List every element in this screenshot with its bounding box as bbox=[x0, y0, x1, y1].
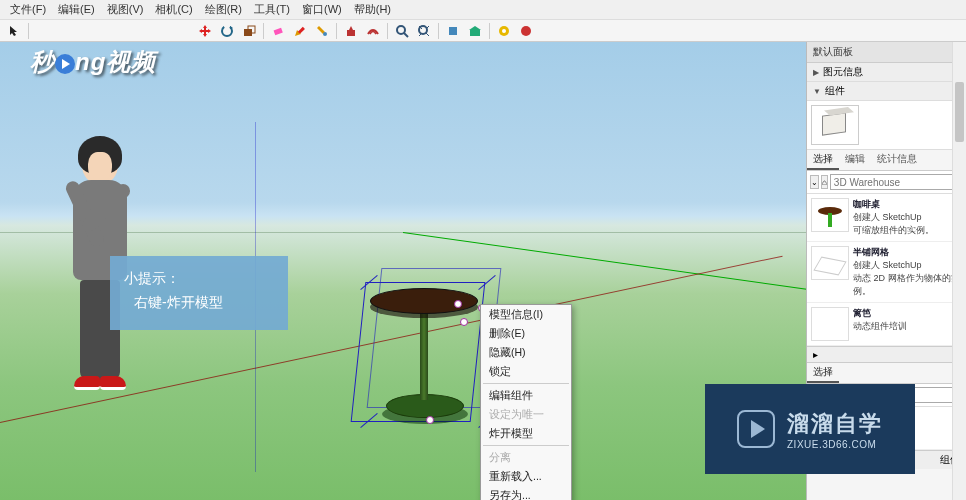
search-input-1[interactable] bbox=[830, 174, 965, 190]
rotate-tool[interactable] bbox=[217, 22, 237, 40]
ctx-item: 设定为唯一 bbox=[481, 405, 571, 424]
ctx-item[interactable]: 模型信息(I) bbox=[481, 305, 571, 324]
gear-tool[interactable] bbox=[494, 22, 514, 40]
search-row-1: ⌄ ⌂ 🔍 bbox=[807, 171, 966, 194]
panel-header-default[interactable]: 默认面板× bbox=[807, 42, 966, 63]
scrollbar[interactable] bbox=[952, 42, 966, 500]
play-box-icon bbox=[737, 410, 775, 448]
chevron-right-icon: ▸ bbox=[813, 349, 818, 360]
ctx-item[interactable]: 另存为... bbox=[481, 486, 571, 500]
menu-camera[interactable]: 相机(C) bbox=[149, 0, 198, 19]
components-tool[interactable] bbox=[443, 22, 463, 40]
tip-title: 小提示： bbox=[124, 266, 274, 290]
ctx-item[interactable]: 隐藏(H) bbox=[481, 343, 571, 362]
component-preview bbox=[807, 101, 966, 150]
move-tool[interactable] bbox=[195, 22, 215, 40]
svg-rect-6 bbox=[347, 30, 355, 36]
play-icon bbox=[55, 54, 75, 74]
zoom-extents-tool[interactable] bbox=[414, 22, 434, 40]
menu-help[interactable]: 帮助(H) bbox=[348, 0, 397, 19]
paint-tool[interactable] bbox=[312, 22, 332, 40]
menu-tools[interactable]: 工具(T) bbox=[248, 0, 296, 19]
svg-point-5 bbox=[323, 32, 327, 36]
tab-edit[interactable]: 编辑 bbox=[839, 150, 871, 170]
component-tabs-2: 选择 bbox=[807, 363, 966, 384]
svg-point-14 bbox=[521, 26, 531, 36]
menubar: 文件(F) 编辑(E) 视图(V) 相机(C) 绘图(R) 工具(T) 窗口(W… bbox=[0, 0, 966, 20]
svg-point-13 bbox=[502, 29, 506, 33]
chevron-right-icon: ▶ bbox=[813, 68, 819, 77]
pencil-tool[interactable] bbox=[290, 22, 310, 40]
tab-select-2[interactable]: 选择 bbox=[807, 363, 839, 383]
component-item[interactable]: 咖啡桌创建人 SketchUp可缩放组件的实例。 bbox=[807, 194, 966, 242]
menu-view[interactable]: 视图(V) bbox=[101, 0, 150, 19]
selected-model[interactable] bbox=[358, 282, 488, 432]
ctx-item[interactable]: 重新载入... bbox=[481, 467, 571, 486]
svg-rect-11 bbox=[470, 30, 480, 36]
svg-rect-3 bbox=[274, 27, 283, 34]
pushpull-tool[interactable] bbox=[341, 22, 361, 40]
tab-select[interactable]: 选择 bbox=[807, 150, 839, 170]
dynamic-tool[interactable] bbox=[516, 22, 536, 40]
component-item[interactable]: 半铺网格创建人 SketchUp动态 2D 网格作为物体的实例。 bbox=[807, 242, 966, 303]
toolbar bbox=[0, 20, 966, 42]
section-entity-info[interactable]: ▶图元信息 bbox=[807, 63, 966, 82]
zoom-tool[interactable] bbox=[392, 22, 412, 40]
menu-file[interactable]: 文件(F) bbox=[4, 0, 52, 19]
nav-down-icon[interactable]: ⌄ bbox=[810, 175, 819, 189]
section-components[interactable]: ▼组件 bbox=[807, 82, 966, 101]
watermark-logo: 秒ng视频 bbox=[30, 46, 156, 78]
ctx-item[interactable]: 删除(E) bbox=[481, 324, 571, 343]
menu-draw[interactable]: 绘图(R) bbox=[199, 0, 248, 19]
scale-handle[interactable] bbox=[460, 318, 468, 326]
scale-tool[interactable] bbox=[239, 22, 259, 40]
tip-overlay: 小提示： 右键-炸开模型 bbox=[110, 256, 288, 330]
ctx-item[interactable]: 编辑组件 bbox=[481, 386, 571, 405]
svg-point-7 bbox=[397, 26, 405, 34]
eraser-tool[interactable] bbox=[268, 22, 288, 40]
ctx-item[interactable]: 锁定 bbox=[481, 362, 571, 381]
viewport[interactable]: 秒ng视频 小提示： 右键-炸开模型 模型信息(I)删除(E)隐藏(H)锁定编辑… bbox=[0, 42, 806, 500]
tab-stats[interactable]: 统计信息 bbox=[871, 150, 923, 170]
menu-window[interactable]: 窗口(W) bbox=[296, 0, 348, 19]
chevron-down-icon: ▼ bbox=[813, 87, 821, 96]
svg-rect-4 bbox=[298, 26, 305, 33]
scale-handle[interactable] bbox=[426, 416, 434, 424]
tip-body: 右键-炸开模型 bbox=[124, 290, 274, 314]
scale-handle[interactable] bbox=[454, 300, 462, 308]
warehouse-tool[interactable] bbox=[465, 22, 485, 40]
home-icon[interactable]: ⌂ bbox=[821, 175, 828, 189]
context-menu: 模型信息(I)删除(E)隐藏(H)锁定编辑组件设定为唯一炸开模型分离重新载入..… bbox=[480, 304, 572, 500]
svg-line-8 bbox=[404, 33, 408, 37]
component-item[interactable]: 篱笆动态组件培训 bbox=[807, 303, 966, 346]
component-thumbnail[interactable] bbox=[811, 105, 859, 145]
ctx-item[interactable]: 炸开模型 bbox=[481, 424, 571, 443]
svg-rect-10 bbox=[449, 27, 457, 35]
scroll-thumb[interactable] bbox=[955, 82, 964, 142]
zixue-watermark: 溜溜自学 ZIXUE.3D66.COM bbox=[705, 384, 915, 474]
ctx-item: 分离 bbox=[481, 448, 571, 467]
offset-tool[interactable] bbox=[363, 22, 383, 40]
menu-edit[interactable]: 编辑(E) bbox=[52, 0, 101, 19]
component-tabs: 选择 编辑 统计信息 bbox=[807, 150, 966, 171]
select-tool[interactable] bbox=[4, 22, 24, 40]
